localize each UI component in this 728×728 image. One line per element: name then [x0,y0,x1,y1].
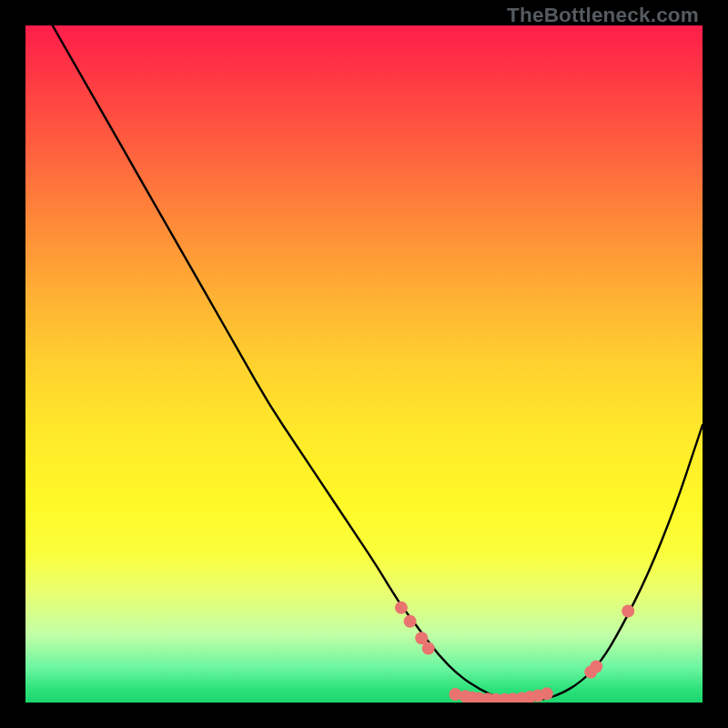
watermark-text: TheBottleneck.com [507,4,699,27]
chart-stage: TheBottleneck.com [0,0,728,728]
highlight-point [422,642,435,654]
bottleneck-curve [25,25,703,702]
highlight-point [404,615,417,628]
highlight-point [395,602,408,614]
bottleneck-chart [25,25,703,703]
highlight-point [541,687,553,700]
plot-area [25,25,703,703]
highlight-markers [395,602,634,703]
highlight-point [622,605,634,618]
highlight-point [590,661,602,673]
